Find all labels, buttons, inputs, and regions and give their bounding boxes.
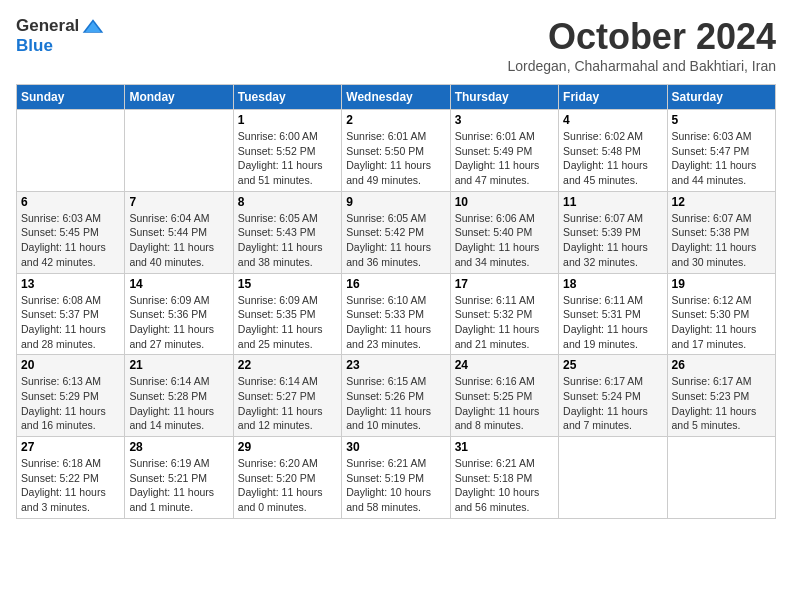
day-number: 26 xyxy=(672,358,771,372)
calendar-cell: 8Sunrise: 6:05 AM Sunset: 5:43 PM Daylig… xyxy=(233,191,341,273)
day-info: Sunrise: 6:14 AM Sunset: 5:28 PM Dayligh… xyxy=(129,374,228,433)
day-number: 19 xyxy=(672,277,771,291)
logo-blue: Blue xyxy=(16,36,53,56)
calendar-cell: 26Sunrise: 6:17 AM Sunset: 5:23 PM Dayli… xyxy=(667,355,775,437)
day-number: 13 xyxy=(21,277,120,291)
calendar-cell: 7Sunrise: 6:04 AM Sunset: 5:44 PM Daylig… xyxy=(125,191,233,273)
weekday-header-saturday: Saturday xyxy=(667,85,775,110)
day-info: Sunrise: 6:14 AM Sunset: 5:27 PM Dayligh… xyxy=(238,374,337,433)
calendar-cell: 2Sunrise: 6:01 AM Sunset: 5:50 PM Daylig… xyxy=(342,110,450,192)
day-info: Sunrise: 6:09 AM Sunset: 5:35 PM Dayligh… xyxy=(238,293,337,352)
weekday-header-sunday: Sunday xyxy=(17,85,125,110)
day-number: 25 xyxy=(563,358,662,372)
logo-general: General xyxy=(16,16,79,36)
day-number: 16 xyxy=(346,277,445,291)
calendar-cell: 28Sunrise: 6:19 AM Sunset: 5:21 PM Dayli… xyxy=(125,437,233,519)
day-info: Sunrise: 6:13 AM Sunset: 5:29 PM Dayligh… xyxy=(21,374,120,433)
logo-icon xyxy=(81,17,105,35)
day-number: 30 xyxy=(346,440,445,454)
page-header: General Blue October 2024 Lordegan, Chah… xyxy=(16,16,776,74)
calendar-week-1: 1Sunrise: 6:00 AM Sunset: 5:52 PM Daylig… xyxy=(17,110,776,192)
day-number: 15 xyxy=(238,277,337,291)
calendar-cell: 3Sunrise: 6:01 AM Sunset: 5:49 PM Daylig… xyxy=(450,110,558,192)
calendar-cell: 10Sunrise: 6:06 AM Sunset: 5:40 PM Dayli… xyxy=(450,191,558,273)
day-number: 28 xyxy=(129,440,228,454)
calendar-cell: 18Sunrise: 6:11 AM Sunset: 5:31 PM Dayli… xyxy=(559,273,667,355)
day-info: Sunrise: 6:18 AM Sunset: 5:22 PM Dayligh… xyxy=(21,456,120,515)
day-number: 29 xyxy=(238,440,337,454)
day-info: Sunrise: 6:20 AM Sunset: 5:20 PM Dayligh… xyxy=(238,456,337,515)
day-number: 11 xyxy=(563,195,662,209)
day-info: Sunrise: 6:09 AM Sunset: 5:36 PM Dayligh… xyxy=(129,293,228,352)
day-number: 24 xyxy=(455,358,554,372)
day-info: Sunrise: 6:05 AM Sunset: 5:43 PM Dayligh… xyxy=(238,211,337,270)
calendar-cell: 14Sunrise: 6:09 AM Sunset: 5:36 PM Dayli… xyxy=(125,273,233,355)
day-info: Sunrise: 6:08 AM Sunset: 5:37 PM Dayligh… xyxy=(21,293,120,352)
calendar-header-row: SundayMondayTuesdayWednesdayThursdayFrid… xyxy=(17,85,776,110)
calendar-cell: 9Sunrise: 6:05 AM Sunset: 5:42 PM Daylig… xyxy=(342,191,450,273)
calendar-cell: 5Sunrise: 6:03 AM Sunset: 5:47 PM Daylig… xyxy=(667,110,775,192)
day-number: 31 xyxy=(455,440,554,454)
day-info: Sunrise: 6:07 AM Sunset: 5:39 PM Dayligh… xyxy=(563,211,662,270)
day-number: 8 xyxy=(238,195,337,209)
day-info: Sunrise: 6:16 AM Sunset: 5:25 PM Dayligh… xyxy=(455,374,554,433)
day-number: 3 xyxy=(455,113,554,127)
calendar-week-5: 27Sunrise: 6:18 AM Sunset: 5:22 PM Dayli… xyxy=(17,437,776,519)
weekday-header-wednesday: Wednesday xyxy=(342,85,450,110)
month-title: October 2024 xyxy=(507,16,776,58)
day-info: Sunrise: 6:12 AM Sunset: 5:30 PM Dayligh… xyxy=(672,293,771,352)
calendar-cell: 21Sunrise: 6:14 AM Sunset: 5:28 PM Dayli… xyxy=(125,355,233,437)
day-number: 22 xyxy=(238,358,337,372)
logo: General Blue xyxy=(16,16,105,56)
calendar-cell: 29Sunrise: 6:20 AM Sunset: 5:20 PM Dayli… xyxy=(233,437,341,519)
calendar-week-4: 20Sunrise: 6:13 AM Sunset: 5:29 PM Dayli… xyxy=(17,355,776,437)
day-number: 1 xyxy=(238,113,337,127)
calendar: SundayMondayTuesdayWednesdayThursdayFrid… xyxy=(16,84,776,519)
title-area: October 2024 Lordegan, Chaharmahal and B… xyxy=(507,16,776,74)
weekday-header-monday: Monday xyxy=(125,85,233,110)
day-info: Sunrise: 6:17 AM Sunset: 5:24 PM Dayligh… xyxy=(563,374,662,433)
day-number: 7 xyxy=(129,195,228,209)
calendar-cell: 15Sunrise: 6:09 AM Sunset: 5:35 PM Dayli… xyxy=(233,273,341,355)
day-info: Sunrise: 6:10 AM Sunset: 5:33 PM Dayligh… xyxy=(346,293,445,352)
day-number: 20 xyxy=(21,358,120,372)
day-number: 14 xyxy=(129,277,228,291)
calendar-week-2: 6Sunrise: 6:03 AM Sunset: 5:45 PM Daylig… xyxy=(17,191,776,273)
calendar-cell: 27Sunrise: 6:18 AM Sunset: 5:22 PM Dayli… xyxy=(17,437,125,519)
day-number: 4 xyxy=(563,113,662,127)
day-info: Sunrise: 6:17 AM Sunset: 5:23 PM Dayligh… xyxy=(672,374,771,433)
day-info: Sunrise: 6:04 AM Sunset: 5:44 PM Dayligh… xyxy=(129,211,228,270)
day-info: Sunrise: 6:21 AM Sunset: 5:18 PM Dayligh… xyxy=(455,456,554,515)
calendar-cell: 12Sunrise: 6:07 AM Sunset: 5:38 PM Dayli… xyxy=(667,191,775,273)
calendar-cell: 13Sunrise: 6:08 AM Sunset: 5:37 PM Dayli… xyxy=(17,273,125,355)
day-number: 23 xyxy=(346,358,445,372)
calendar-cell: 22Sunrise: 6:14 AM Sunset: 5:27 PM Dayli… xyxy=(233,355,341,437)
day-info: Sunrise: 6:03 AM Sunset: 5:45 PM Dayligh… xyxy=(21,211,120,270)
calendar-cell: 30Sunrise: 6:21 AM Sunset: 5:19 PM Dayli… xyxy=(342,437,450,519)
day-info: Sunrise: 6:07 AM Sunset: 5:38 PM Dayligh… xyxy=(672,211,771,270)
day-number: 12 xyxy=(672,195,771,209)
calendar-week-3: 13Sunrise: 6:08 AM Sunset: 5:37 PM Dayli… xyxy=(17,273,776,355)
day-info: Sunrise: 6:05 AM Sunset: 5:42 PM Dayligh… xyxy=(346,211,445,270)
day-info: Sunrise: 6:15 AM Sunset: 5:26 PM Dayligh… xyxy=(346,374,445,433)
day-info: Sunrise: 6:01 AM Sunset: 5:49 PM Dayligh… xyxy=(455,129,554,188)
day-number: 21 xyxy=(129,358,228,372)
day-number: 18 xyxy=(563,277,662,291)
calendar-cell: 11Sunrise: 6:07 AM Sunset: 5:39 PM Dayli… xyxy=(559,191,667,273)
calendar-cell: 16Sunrise: 6:10 AM Sunset: 5:33 PM Dayli… xyxy=(342,273,450,355)
day-info: Sunrise: 6:21 AM Sunset: 5:19 PM Dayligh… xyxy=(346,456,445,515)
weekday-header-thursday: Thursday xyxy=(450,85,558,110)
calendar-cell: 6Sunrise: 6:03 AM Sunset: 5:45 PM Daylig… xyxy=(17,191,125,273)
calendar-cell xyxy=(125,110,233,192)
day-number: 6 xyxy=(21,195,120,209)
location-title: Lordegan, Chaharmahal and Bakhtiari, Ira… xyxy=(507,58,776,74)
calendar-cell: 25Sunrise: 6:17 AM Sunset: 5:24 PM Dayli… xyxy=(559,355,667,437)
day-info: Sunrise: 6:11 AM Sunset: 5:31 PM Dayligh… xyxy=(563,293,662,352)
calendar-cell: 4Sunrise: 6:02 AM Sunset: 5:48 PM Daylig… xyxy=(559,110,667,192)
day-info: Sunrise: 6:06 AM Sunset: 5:40 PM Dayligh… xyxy=(455,211,554,270)
day-info: Sunrise: 6:11 AM Sunset: 5:32 PM Dayligh… xyxy=(455,293,554,352)
calendar-cell: 24Sunrise: 6:16 AM Sunset: 5:25 PM Dayli… xyxy=(450,355,558,437)
day-number: 5 xyxy=(672,113,771,127)
day-info: Sunrise: 6:19 AM Sunset: 5:21 PM Dayligh… xyxy=(129,456,228,515)
day-info: Sunrise: 6:00 AM Sunset: 5:52 PM Dayligh… xyxy=(238,129,337,188)
